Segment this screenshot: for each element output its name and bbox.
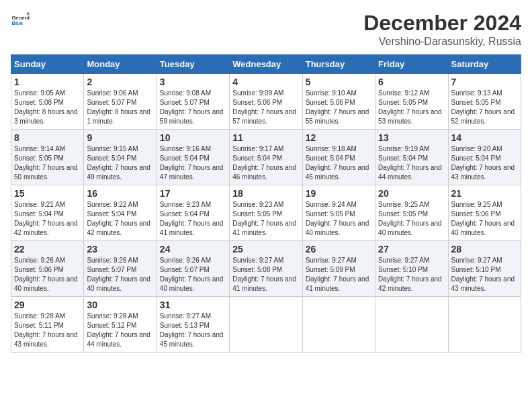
- table-row: 29 Sunrise: 9:28 AMSunset: 5:11 PMDaylig…: [11, 297, 84, 353]
- svg-text:Blue: Blue: [11, 20, 23, 26]
- col-friday: Friday: [375, 55, 448, 74]
- table-row: 4 Sunrise: 9:09 AMSunset: 5:06 PMDayligh…: [230, 74, 302, 130]
- calendar-subtitle: Vershino-Darasunskiy, Russia: [363, 36, 521, 48]
- svg-marker-2: [27, 11, 30, 14]
- table-row: 14 Sunrise: 9:20 AMSunset: 5:04 PMDaylig…: [448, 130, 521, 185]
- title-section: December 2024 Vershino-Darasunskiy, Russ…: [363, 11, 521, 48]
- table-row: 26 Sunrise: 9:27 AMSunset: 5:09 PMDaylig…: [302, 241, 375, 297]
- col-saturday: Saturday: [448, 55, 521, 74]
- col-sunday: Sunday: [11, 55, 84, 74]
- col-wednesday: Wednesday: [230, 55, 302, 74]
- table-row: 1 Sunrise: 9:05 AMSunset: 5:08 PMDayligh…: [11, 74, 84, 130]
- table-row: [448, 297, 521, 353]
- table-row: [375, 297, 448, 353]
- table-row: 28 Sunrise: 9:27 AMSunset: 5:10 PMDaylig…: [448, 241, 521, 297]
- table-row: 21 Sunrise: 9:25 AMSunset: 5:06 PMDaylig…: [448, 185, 521, 241]
- col-thursday: Thursday: [302, 55, 375, 74]
- table-row: 16 Sunrise: 9:22 AMSunset: 5:04 PMDaylig…: [84, 185, 157, 241]
- col-tuesday: Tuesday: [157, 55, 229, 74]
- table-row: 17 Sunrise: 9:23 AMSunset: 5:04 PMDaylig…: [157, 185, 229, 241]
- table-row: [302, 297, 375, 353]
- table-row: [230, 297, 302, 353]
- table-row: 12 Sunrise: 9:18 AMSunset: 5:04 PMDaylig…: [302, 130, 375, 185]
- table-row: 9 Sunrise: 9:15 AMSunset: 5:04 PMDayligh…: [84, 130, 157, 185]
- table-row: 5 Sunrise: 9:10 AMSunset: 5:06 PMDayligh…: [302, 74, 375, 130]
- table-row: 8 Sunrise: 9:14 AMSunset: 5:05 PMDayligh…: [11, 130, 84, 185]
- table-row: 11 Sunrise: 9:17 AMSunset: 5:04 PMDaylig…: [230, 130, 302, 185]
- col-monday: Monday: [84, 55, 157, 74]
- table-row: 3 Sunrise: 9:08 AMSunset: 5:07 PMDayligh…: [157, 74, 229, 130]
- calendar-title: December 2024: [363, 11, 521, 36]
- table-row: 19 Sunrise: 9:24 AMSunset: 5:05 PMDaylig…: [302, 185, 375, 241]
- logo: General Blue: [11, 11, 30, 30]
- table-row: 31 Sunrise: 9:27 AMSunset: 5:13 PMDaylig…: [157, 297, 229, 353]
- table-row: 27 Sunrise: 9:27 AMSunset: 5:10 PMDaylig…: [375, 241, 448, 297]
- table-row: 30 Sunrise: 9:28 AMSunset: 5:12 PMDaylig…: [84, 297, 157, 353]
- table-row: 15 Sunrise: 9:21 AMSunset: 5:04 PMDaylig…: [11, 185, 84, 241]
- table-row: 20 Sunrise: 9:25 AMSunset: 5:05 PMDaylig…: [375, 185, 448, 241]
- svg-text:General: General: [11, 15, 30, 21]
- calendar-table: Sunday Monday Tuesday Wednesday Thursday…: [11, 54, 521, 353]
- table-row: 2 Sunrise: 9:06 AMSunset: 5:07 PMDayligh…: [84, 74, 157, 130]
- table-row: 18 Sunrise: 9:23 AMSunset: 5:05 PMDaylig…: [230, 185, 302, 241]
- table-row: 23 Sunrise: 9:26 AMSunset: 5:07 PMDaylig…: [84, 241, 157, 297]
- table-row: 13 Sunrise: 9:19 AMSunset: 5:04 PMDaylig…: [375, 130, 448, 185]
- table-row: 6 Sunrise: 9:12 AMSunset: 5:05 PMDayligh…: [375, 74, 448, 130]
- table-row: 24 Sunrise: 9:26 AMSunset: 5:07 PMDaylig…: [157, 241, 229, 297]
- page-header: General Blue December 2024 Vershino-Dara…: [11, 11, 521, 48]
- table-row: 7 Sunrise: 9:13 AMSunset: 5:05 PMDayligh…: [448, 74, 521, 130]
- table-row: 25 Sunrise: 9:27 AMSunset: 5:08 PMDaylig…: [230, 241, 302, 297]
- table-row: 10 Sunrise: 9:16 AMSunset: 5:04 PMDaylig…: [157, 130, 229, 185]
- table-row: 22 Sunrise: 9:26 AMSunset: 5:06 PMDaylig…: [11, 241, 84, 297]
- logo-icon: General Blue: [11, 11, 30, 30]
